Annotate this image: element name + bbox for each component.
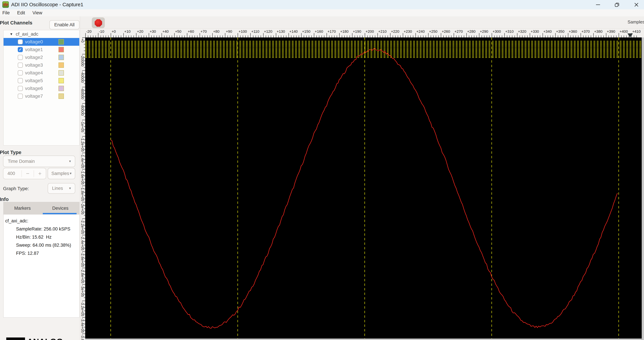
channel-color-swatch[interactable] bbox=[58, 62, 64, 68]
channel-checkbox-voltage6[interactable] bbox=[18, 86, 23, 91]
x-ruler[interactable]: -20-10+0+10+20+30+40+50+60+70+80+90+100+… bbox=[80, 29, 644, 37]
sample-unit-dropdown[interactable]: Samples ▼ bbox=[48, 168, 75, 179]
channel-row-voltage4[interactable]: voltage4 bbox=[4, 69, 79, 77]
channel-color-swatch[interactable] bbox=[58, 47, 64, 52]
x-tick bbox=[309, 35, 309, 37]
x-tick bbox=[159, 35, 160, 37]
expander-triangle-icon[interactable]: ▼ bbox=[10, 32, 13, 36]
channel-color-swatch[interactable] bbox=[58, 78, 64, 83]
x-tick bbox=[555, 33, 556, 37]
waveform-canvas bbox=[85, 37, 642, 340]
minimize-button[interactable] bbox=[590, 0, 606, 9]
tab-markers[interactable]: Markers bbox=[4, 202, 42, 214]
sample-count-increment[interactable]: + bbox=[34, 170, 46, 177]
x-tick bbox=[380, 35, 380, 37]
close-button[interactable] bbox=[629, 0, 644, 9]
channel-checkbox-voltage1[interactable]: ✓ bbox=[18, 47, 23, 52]
x-tick bbox=[583, 35, 584, 37]
channel-checkbox-voltage0[interactable] bbox=[18, 39, 23, 44]
capture-record-button[interactable] bbox=[92, 17, 105, 28]
x-tick bbox=[487, 35, 487, 37]
x-tick bbox=[398, 35, 398, 37]
sample-count-decrement[interactable]: − bbox=[22, 170, 34, 177]
sample-count-value[interactable]: 400 bbox=[4, 171, 22, 176]
x-tick bbox=[365, 33, 365, 37]
channel-checkbox-voltage4[interactable] bbox=[18, 70, 23, 75]
menu-view[interactable]: View bbox=[29, 10, 46, 15]
channel-checkbox-voltage2[interactable] bbox=[18, 55, 23, 60]
y-tick bbox=[84, 208, 85, 209]
x-tick bbox=[464, 35, 464, 37]
y-tick bbox=[84, 51, 85, 51]
x-tick bbox=[215, 35, 215, 37]
y-tick bbox=[84, 321, 85, 321]
x-tick bbox=[395, 35, 396, 37]
x-tick bbox=[245, 35, 246, 37]
channel-color-swatch[interactable] bbox=[58, 86, 64, 91]
channel-color-swatch[interactable] bbox=[58, 70, 64, 76]
y-tick bbox=[84, 149, 85, 150]
device-group-row[interactable]: ▼ cf_axi_adc bbox=[4, 30, 79, 38]
y-tick bbox=[82, 235, 85, 235]
x-tick bbox=[542, 33, 543, 37]
restore-button[interactable] bbox=[609, 0, 624, 9]
channel-row-voltage0[interactable]: voltage0 bbox=[4, 38, 79, 46]
x-tick bbox=[514, 35, 515, 37]
x-tick bbox=[177, 35, 177, 37]
channel-row-voltage2[interactable]: voltage2 bbox=[4, 53, 79, 61]
x-tick bbox=[326, 33, 327, 37]
x-tick bbox=[263, 33, 264, 37]
channel-checkbox-voltage3[interactable] bbox=[18, 63, 23, 68]
x-tick bbox=[484, 35, 484, 37]
x-tick bbox=[250, 33, 251, 37]
x-tick bbox=[207, 35, 208, 37]
x-tick bbox=[441, 33, 441, 37]
graph-type-dropdown[interactable]: Lines ▼ bbox=[48, 183, 75, 194]
y-ruler[interactable]: +0-20000-40000-60000-80000-1e+05-1.2e+05… bbox=[80, 37, 85, 340]
x-tick bbox=[286, 35, 286, 37]
y-tick bbox=[84, 298, 85, 298]
menu-file[interactable]: File bbox=[0, 10, 14, 15]
x-tick-label: +350 bbox=[556, 29, 564, 34]
x-tick-label: +90 bbox=[226, 29, 232, 34]
y-tick bbox=[84, 84, 85, 84]
x-tick bbox=[504, 33, 505, 37]
y-tick bbox=[84, 133, 85, 133]
y-tick bbox=[84, 195, 85, 196]
channel-row-voltage7[interactable]: voltage7 bbox=[4, 92, 79, 100]
channel-color-swatch[interactable] bbox=[58, 55, 64, 60]
channel-checkbox-voltage5[interactable] bbox=[18, 78, 23, 83]
channel-color-swatch[interactable] bbox=[58, 93, 64, 99]
channel-checkbox-voltage7[interactable] bbox=[18, 94, 23, 99]
analog-devices-logo-text: ANALOG DEVICES bbox=[27, 337, 64, 340]
x-tick-label: +410 bbox=[632, 29, 640, 34]
y-tick bbox=[84, 337, 85, 337]
x-tick-label: +290 bbox=[480, 29, 488, 34]
waveform-plot[interactable] bbox=[85, 37, 642, 340]
x-tick bbox=[182, 35, 182, 37]
plot-bottom-scrollbar[interactable] bbox=[85, 339, 642, 340]
enable-all-button[interactable]: Enable All bbox=[49, 20, 80, 29]
plot-right-scrollbar[interactable] bbox=[642, 37, 644, 340]
y-tick bbox=[82, 153, 85, 153]
y-tick bbox=[82, 284, 85, 285]
y-tick bbox=[84, 64, 85, 64]
x-tick bbox=[530, 33, 530, 37]
channel-row-voltage5[interactable]: voltage5 bbox=[4, 77, 79, 85]
y-tick bbox=[84, 245, 85, 245]
y-tick bbox=[84, 159, 85, 160]
x-tick bbox=[90, 35, 91, 37]
x-tick bbox=[253, 35, 253, 37]
tab-devices[interactable]: Devices bbox=[42, 202, 79, 214]
x-tick bbox=[319, 35, 319, 37]
channel-row-voltage1[interactable]: ✓ voltage1 bbox=[4, 46, 79, 53]
plot-domain-dropdown[interactable]: Time Domain ▼ bbox=[3, 156, 75, 167]
x-tick-label: +230 bbox=[404, 29, 412, 34]
menu-edit[interactable]: Edit bbox=[14, 10, 29, 15]
x-tick-label: +320 bbox=[518, 29, 526, 34]
channel-row-voltage3[interactable]: voltage3 bbox=[4, 61, 79, 69]
x-tick bbox=[202, 35, 202, 37]
channel-row-voltage6[interactable]: voltage6 bbox=[4, 85, 79, 92]
channel-color-swatch[interactable] bbox=[58, 39, 64, 44]
sample-count-spinbox[interactable]: 400 − + bbox=[3, 168, 46, 179]
